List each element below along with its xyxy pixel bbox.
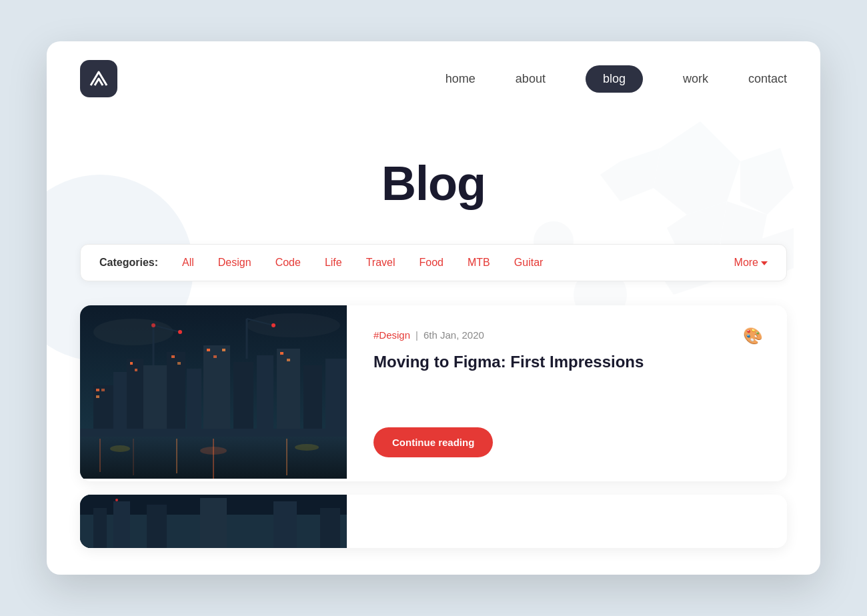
post-image-partial-svg [80,495,347,548]
svg-rect-27 [130,362,133,365]
svg-rect-31 [207,349,210,351]
post-card-partial [80,495,787,548]
svg-rect-30 [177,362,181,365]
post-image [80,305,347,481]
svg-rect-24 [96,389,99,391]
more-label: More [734,257,758,269]
svg-point-51 [200,447,227,455]
navbar: home about blog work contact [47,41,820,116]
svg-point-52 [295,444,319,451]
posts-section: #Design | 6th Jan, 2020 🎨 Moving to Figm… [47,305,820,575]
nav-item-home[interactable]: home [446,72,476,86]
post-title: Moving to Figma: First Impressions [373,351,760,372]
post-date: 6th Jan, 2020 [423,329,484,341]
nav-item-work[interactable]: work [683,72,708,86]
svg-point-10 [93,319,173,345]
category-guitar[interactable]: Guitar [514,257,544,269]
svg-point-42 [151,323,155,327]
category-design[interactable]: Design [218,257,251,269]
svg-rect-28 [135,369,137,371]
nav-item-contact[interactable]: contact [748,72,787,86]
svg-point-61 [115,499,118,501]
svg-rect-60 [320,508,340,548]
post-content: #Design | 6th Jan, 2020 🎨 Moving to Figm… [347,305,787,481]
more-dropdown[interactable]: More [734,257,768,269]
category-life[interactable]: Life [325,257,342,269]
categories-bar: Categories: All Design Code Life Travel … [80,244,787,281]
svg-rect-35 [287,359,290,361]
post-image-partial [80,495,347,548]
svg-rect-57 [147,505,167,548]
post-image-svg [80,305,347,479]
svg-point-41 [271,323,275,327]
category-code[interactable]: Code [275,257,301,269]
category-all[interactable]: All [182,257,194,269]
category-travel[interactable]: Travel [366,257,395,269]
svg-rect-29 [171,355,175,358]
svg-rect-33 [222,349,225,351]
svg-rect-58 [200,498,227,548]
svg-rect-26 [96,395,99,398]
svg-rect-59 [273,501,297,548]
category-food[interactable]: Food [419,257,444,269]
post-separator: | [415,329,418,341]
nav-links: home about blog work contact [446,65,787,93]
logo-icon [88,69,109,88]
continue-reading-button[interactable]: Continue reading [373,427,493,457]
svg-rect-56 [113,501,130,548]
logo[interactable] [80,60,117,97]
svg-rect-34 [280,352,283,355]
svg-rect-32 [213,355,217,358]
svg-point-50 [110,445,130,452]
nav-item-blog[interactable]: blog [586,65,643,93]
chevron-down-icon [761,261,768,265]
post-meta: #Design | 6th Jan, 2020 [373,329,760,341]
svg-point-40 [178,330,182,334]
nav-item-about[interactable]: about [516,72,546,86]
browser-window: home about blog work contact Blog Catego… [47,41,820,575]
post-type-icon: 🎨 [743,327,763,345]
category-mtb[interactable]: MTB [468,257,490,269]
svg-rect-25 [101,389,105,391]
page-hero: Blog [47,116,820,244]
post-card: #Design | 6th Jan, 2020 🎨 Moving to Figm… [80,305,787,481]
post-category[interactable]: #Design [373,329,410,341]
page-title: Blog [80,156,787,211]
categories-label: Categories: [99,257,158,269]
svg-rect-55 [93,508,107,548]
svg-rect-49 [80,429,347,437]
svg-point-11 [247,313,340,337]
